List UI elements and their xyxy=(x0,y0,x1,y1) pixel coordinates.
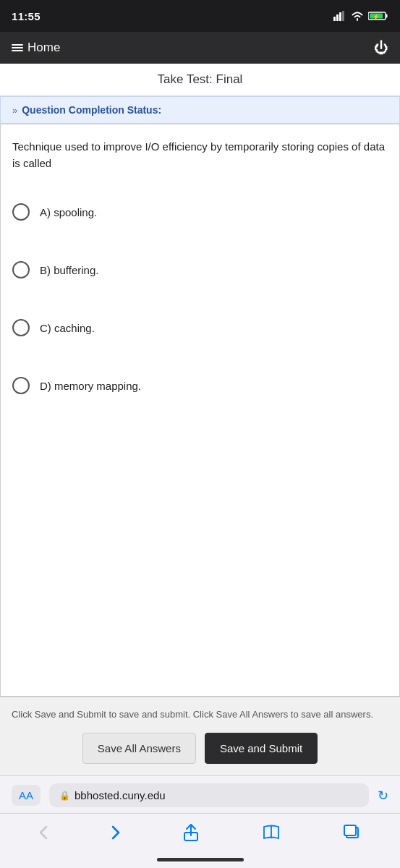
svg-rect-5 xyxy=(386,14,388,18)
url-text: bbhosted.cuny.edu xyxy=(75,789,166,801)
footer-instruction: Click Save and Submit to save and submit… xyxy=(12,707,388,722)
radio-a[interactable] xyxy=(12,203,30,221)
svg-rect-0 xyxy=(333,17,336,21)
answer-text-d: D) memory mapping. xyxy=(40,380,141,392)
lock-icon: 🔒 xyxy=(59,791,70,801)
footer-buttons: Save All Answers Save and Submit xyxy=(12,733,388,764)
back-icon xyxy=(39,825,48,840)
save-all-button[interactable]: Save All Answers xyxy=(82,733,196,764)
nav-home[interactable]: Home xyxy=(12,41,60,55)
forward-button[interactable] xyxy=(100,820,132,846)
tabs-icon xyxy=(344,825,361,841)
wifi-icon xyxy=(351,11,364,21)
share-icon xyxy=(183,823,199,842)
svg-rect-3 xyxy=(342,11,344,21)
answer-text-a: A) spooling. xyxy=(40,206,97,218)
svg-text:⚡: ⚡ xyxy=(373,13,380,20)
answer-option-a[interactable]: A) spooling. xyxy=(12,197,388,226)
bottom-nav xyxy=(0,813,400,851)
signal-icon xyxy=(333,11,346,21)
forward-icon xyxy=(111,825,120,840)
browser-bar: AA 🔒 bbhosted.cuny.edu ↻ xyxy=(0,775,400,813)
book-button[interactable] xyxy=(251,819,292,846)
status-time: 11:55 xyxy=(12,10,41,22)
radio-c[interactable] xyxy=(12,319,30,336)
answer-option-d[interactable]: D) memory mapping. xyxy=(12,371,388,400)
answer-text-b: B) buffering. xyxy=(40,264,98,276)
svg-rect-10 xyxy=(344,825,356,835)
main-content: » Question Completion Status: Technique … xyxy=(0,96,400,775)
hamburger-icon xyxy=(12,44,23,51)
completion-status-bar[interactable]: » Question Completion Status: xyxy=(0,96,400,124)
page-header: Take Test: Final xyxy=(0,64,400,96)
status-icons: ⚡ xyxy=(333,11,388,21)
home-indicator xyxy=(0,851,400,868)
refresh-button[interactable]: ↻ xyxy=(378,788,388,804)
completion-label: Question Completion Status: xyxy=(22,104,161,116)
answer-option-c[interactable]: C) caching. xyxy=(12,313,388,342)
home-label: Home xyxy=(27,41,60,55)
page-title: Take Test: Final xyxy=(158,72,243,86)
question-text: Technique used to improve I/O efficiency… xyxy=(12,139,388,171)
answer-text-c: C) caching. xyxy=(40,322,95,334)
back-button[interactable] xyxy=(27,820,59,846)
footer-area: Click Save and Submit to save and submit… xyxy=(0,697,400,776)
chevron-icon: » xyxy=(12,105,17,116)
save-submit-button[interactable]: Save and Submit xyxy=(205,733,318,764)
share-button[interactable] xyxy=(171,817,210,848)
nav-bar: Home ⏻ xyxy=(0,32,400,64)
battery-icon: ⚡ xyxy=(368,11,388,21)
answer-option-b[interactable]: B) buffering. xyxy=(12,255,388,284)
radio-b[interactable] xyxy=(12,261,30,278)
book-icon xyxy=(263,825,280,841)
question-area: Technique used to improve I/O efficiency… xyxy=(0,124,400,697)
svg-rect-1 xyxy=(336,14,339,21)
tabs-button[interactable] xyxy=(332,819,373,846)
aa-button[interactable]: AA xyxy=(12,785,41,806)
power-button[interactable]: ⏻ xyxy=(374,40,388,56)
svg-rect-2 xyxy=(339,12,341,21)
url-bar[interactable]: 🔒 bbhosted.cuny.edu xyxy=(49,783,369,807)
home-indicator-bar xyxy=(157,858,244,861)
radio-d[interactable] xyxy=(12,377,30,394)
status-bar: 11:55 ⚡ xyxy=(0,0,400,32)
